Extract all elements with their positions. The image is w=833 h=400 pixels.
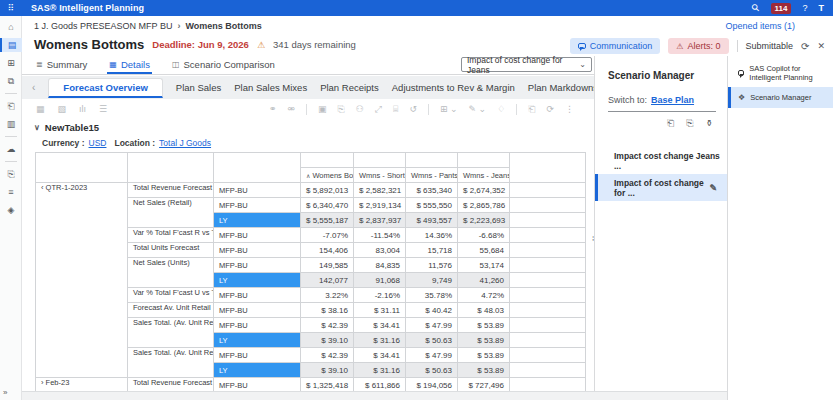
table-section[interactable]: ∨ NewTable15 (34, 122, 99, 133)
undo-icon[interactable]: ↺ (409, 104, 417, 114)
pencil-menu-icon[interactable]: ✎ ⌄ (469, 104, 487, 114)
refresh-icon[interactable]: ⟳ (801, 41, 809, 52)
column-header-wmns-jeans[interactable]: Wmns - Jeans (458, 168, 510, 183)
document-icon[interactable]: ⎗ (528, 104, 535, 115)
breadcrumb-root[interactable]: 1 J. Goods PRESEASON MFP BU (34, 21, 172, 31)
unlink-icon[interactable]: ⚮ (287, 104, 295, 114)
value-cell[interactable]: 3.22% (301, 288, 354, 303)
value-cell[interactable]: $ 2,865,786 (458, 198, 510, 213)
layers-icon[interactable]: ≡ (0, 185, 22, 199)
source-cell[interactable]: MFP-BU (214, 378, 301, 392)
row-group-cell[interactable]: ‹ QTR-1-2023 (36, 183, 128, 378)
print-icon[interactable]: ⌸ (393, 104, 398, 115)
rail-item-scenario-manager[interactable]: ❖Scenario Manager (728, 87, 833, 108)
value-cell[interactable]: $ 42.39 (301, 348, 354, 363)
value-cell[interactable]: $ 34.41 (354, 348, 406, 363)
value-cell[interactable]: $ 493,557 (406, 213, 458, 228)
subtab-plan-receipts[interactable]: Plan Receipts (320, 82, 379, 93)
location-link[interactable]: Total J Goods (159, 138, 211, 148)
value-cell[interactable]: $ 50.63 (406, 333, 458, 348)
new-scenario-icon[interactable]: ⎗ (667, 118, 674, 129)
expand-icon[interactable]: ⤢ (375, 104, 382, 115)
value-cell[interactable]: $ 611,866 (354, 378, 406, 392)
close-icon[interactable]: ✕ (817, 41, 825, 51)
save-icon[interactable]: ▣ (318, 104, 327, 114)
source-cell[interactable]: MFP-BU (214, 243, 301, 258)
value-cell[interactable]: $ 39.10 (301, 363, 354, 378)
calendar-icon[interactable]: ▦ (36, 104, 45, 114)
edit-pencil-icon[interactable]: ✎ (709, 183, 717, 193)
opened-items-link[interactable]: Opened items (1) (725, 21, 795, 31)
source-cell[interactable]: MFP-BU (214, 318, 301, 333)
value-cell[interactable]: $ 2,674,352 (458, 183, 510, 198)
communication-button[interactable]: Communication (570, 38, 661, 54)
help-icon[interactable]: ? (802, 0, 807, 16)
value-cell[interactable]: $ 2,919,134 (354, 198, 406, 213)
chart-icon[interactable]: ılı (79, 104, 86, 114)
home-icon[interactable]: ⌂ (0, 20, 22, 34)
kebab-icon[interactable]: ⋮ (565, 104, 574, 114)
value-cell[interactable]: $ 6,340,470 (301, 198, 354, 213)
currency-link[interactable]: USD (89, 138, 107, 148)
source-cell[interactable]: LY (214, 333, 301, 348)
plans-icon[interactable]: ▤ (0, 38, 22, 52)
subtab-scroll-left-icon[interactable]: ‹ (32, 82, 35, 93)
value-cell[interactable]: -11.54% (354, 228, 406, 243)
alerts-button[interactable]: ⚠ Alerts: 0 (668, 38, 728, 54)
tab-scenario-comparison[interactable]: ◫Scenario Comparison (170, 56, 277, 74)
value-cell[interactable]: $ 47.99 (406, 348, 458, 363)
value-cell[interactable]: $ 31.11 (354, 303, 406, 318)
search-icon[interactable]: ⚲ (748, 0, 764, 16)
cloud-icon[interactable]: ☁ (0, 142, 22, 156)
copy-icon[interactable]: ⎘ (338, 104, 345, 115)
value-cell[interactable]: $ 727,496 (458, 378, 510, 392)
refresh-icon[interactable]: ⟳ (546, 104, 554, 114)
value-cell[interactable]: 91,068 (354, 273, 406, 288)
value-cell[interactable]: $ 5,892,013 (301, 183, 354, 198)
value-cell[interactable]: $ 2,837,937 (354, 213, 406, 228)
report-icon[interactable]: ⎘ (0, 167, 22, 181)
value-cell[interactable]: 35.78% (406, 288, 458, 303)
value-cell[interactable]: $ 31.16 (354, 333, 406, 348)
value-cell[interactable]: $ 50.63 (406, 363, 458, 378)
column-header-wmns-pants[interactable]: Wmns - Pants (406, 168, 458, 183)
column-header-wmns-short[interactable]: Wmns - Short (354, 168, 406, 183)
value-cell[interactable]: 14.36% (406, 228, 458, 243)
link-icon[interactable]: ⚭ (269, 104, 277, 114)
value-cell[interactable]: $ 555,550 (406, 198, 458, 213)
value-cell[interactable]: $ 53.89 (458, 363, 510, 378)
value-cell[interactable]: $ 2,582,321 (354, 183, 406, 198)
subtab-plan-sales-mixes[interactable]: Plan Sales Mixes (234, 82, 307, 93)
source-cell[interactable]: MFP-BU (214, 228, 301, 243)
value-cell[interactable]: $ 40.42 (406, 303, 458, 318)
clipboard-icon[interactable]: ⎗ (0, 99, 22, 113)
value-cell[interactable]: $ 53.89 (458, 318, 510, 333)
scenario-dropdown[interactable]: Impact of cost change for Jeans ⌄ (461, 57, 592, 72)
table-menu-icon[interactable]: ⊞ ⌄ (440, 104, 458, 114)
value-cell[interactable]: $ 47.99 (406, 318, 458, 333)
scenario-item[interactable]: Impact cost change Jeans ... (595, 147, 727, 174)
tab-summary[interactable]: ≣Summary (34, 56, 89, 74)
value-cell[interactable]: 41,260 (458, 273, 510, 288)
person-icon[interactable]: ⚇ (356, 104, 364, 114)
value-cell[interactable]: $ 194,056 (406, 378, 458, 392)
base-plan-link[interactable]: Base Plan (651, 95, 694, 105)
value-cell[interactable]: -2.16% (354, 288, 406, 303)
value-cell[interactable]: $ 53.89 (458, 333, 510, 348)
shield-icon[interactable]: ♢ (497, 104, 505, 114)
source-cell[interactable]: MFP-BU (214, 183, 301, 198)
value-cell[interactable]: 149,585 (301, 258, 354, 273)
source-cell[interactable]: LY (214, 213, 301, 228)
value-cell[interactable]: $ 635,340 (406, 183, 458, 198)
scenario-item[interactable]: Impact of cost change for ...✎ (595, 174, 727, 201)
source-cell[interactable]: MFP-BU (214, 348, 301, 363)
duplicate-scenario-icon[interactable]: ⎘ (686, 118, 693, 129)
sidebar-expand-icon[interactable]: » (3, 388, 7, 397)
subtab-plan-markdowns[interactable]: Plan Markdowns (528, 82, 598, 93)
value-cell[interactable]: $ 5,555,187 (301, 213, 354, 228)
value-cell[interactable]: 4.72% (458, 288, 510, 303)
value-cell[interactable]: -6.68% (458, 228, 510, 243)
delete-scenario-icon[interactable]: ⚱ (705, 118, 713, 129)
value-cell[interactable]: 53,174 (458, 258, 510, 273)
row-group-cell[interactable]: › Feb-23 (36, 378, 128, 392)
